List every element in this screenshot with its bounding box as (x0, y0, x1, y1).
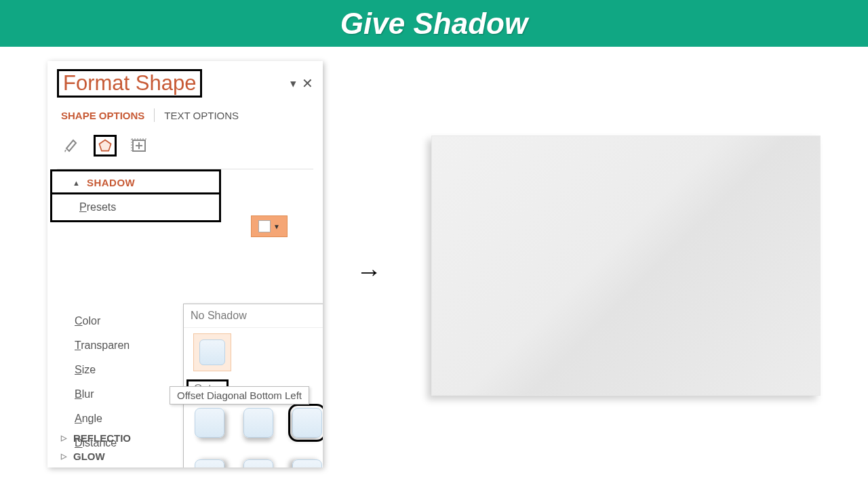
tab-divider (154, 108, 155, 122)
prop-transparency[interactable]: Transparen (75, 339, 130, 352)
section-glow-label: GLOW (73, 451, 105, 462)
panel-controls: ▾ ✕ (290, 75, 313, 91)
section-glow[interactable]: ▷ GLOW (61, 451, 131, 462)
result-shape-with-shadow (431, 136, 821, 396)
outer-row-1 (184, 402, 323, 442)
shadow-properties: Color Transparen Size Blur Angle Distanc… (75, 315, 130, 449)
preset-offset-diag-bottom-right[interactable] (195, 408, 224, 438)
slide-title-bar: Give Shadow (0, 0, 868, 47)
panel-header-row: Format Shape ▾ ✕ (47, 69, 323, 102)
prop-angle[interactable]: Angle (75, 413, 130, 425)
presets-swatch (258, 220, 271, 232)
preset-offset-right[interactable] (195, 459, 224, 468)
shadow-presets-group-highlight: ▲ SHADOW Presets (50, 169, 221, 222)
format-shape-panel: Format Shape ▾ ✕ SHAPE OPTIONS TEXT OPTI… (47, 61, 323, 468)
tab-shape-options[interactable]: SHAPE OPTIONS (60, 107, 146, 125)
section-shadow[interactable]: ▲ SHADOW (52, 171, 219, 192)
fill-line-icon[interactable] (60, 135, 83, 157)
prop-size[interactable]: Size (75, 364, 130, 376)
preset-offset-center[interactable] (243, 459, 273, 468)
slide-title: Give Shadow (340, 7, 528, 41)
prop-blur[interactable]: Blur (75, 388, 130, 400)
panel-title: Format Shape (57, 69, 202, 98)
size-properties-icon[interactable] (127, 135, 151, 157)
section-shadow-label: SHADOW (87, 177, 135, 188)
panel-close-icon[interactable]: ✕ (302, 75, 313, 91)
collapsed-sections: ▷ REFLECTIO ▷ GLOW (61, 432, 131, 462)
presets-label: Presets (79, 201, 116, 213)
outer-row-2 (184, 454, 323, 468)
presets-dropdown: No Shadow Outer ▲ ▼ (183, 304, 323, 468)
preset-offset-diag-bottom-left[interactable] (292, 408, 322, 438)
presets-row: Presets (52, 192, 219, 220)
section-reflection[interactable]: ▷ REFLECTIO (61, 432, 131, 444)
chevron-down-icon: ▼ (273, 223, 280, 230)
effects-icon[interactable] (94, 135, 117, 157)
preset-tooltip: Offset Diagonal Bottom Left (170, 386, 309, 405)
preset-offset-bottom[interactable] (243, 408, 273, 438)
presets-dropdown-button[interactable]: ▼ (251, 215, 288, 237)
arrow-right-icon: → (356, 257, 382, 287)
preset-no-shadow-tile (199, 339, 225, 365)
prop-color[interactable]: Color (75, 315, 130, 327)
dropdown-no-shadow-header: No Shadow (184, 304, 323, 328)
caret-right-icon: ▷ (61, 452, 66, 461)
category-icons (47, 128, 323, 169)
section-reflection-label: REFLECTIO (73, 432, 131, 444)
tab-text-options[interactable]: TEXT OPTIONS (163, 107, 240, 125)
panel-dropdown-icon[interactable]: ▾ (290, 77, 296, 91)
preset-no-shadow[interactable] (193, 333, 231, 371)
caret-down-icon: ▲ (73, 179, 80, 187)
panel-tabs: SHAPE OPTIONS TEXT OPTIONS (47, 102, 323, 128)
svg-marker-0 (99, 140, 111, 150)
preset-offset-left[interactable] (292, 459, 322, 468)
caret-right-icon: ▷ (61, 434, 66, 442)
